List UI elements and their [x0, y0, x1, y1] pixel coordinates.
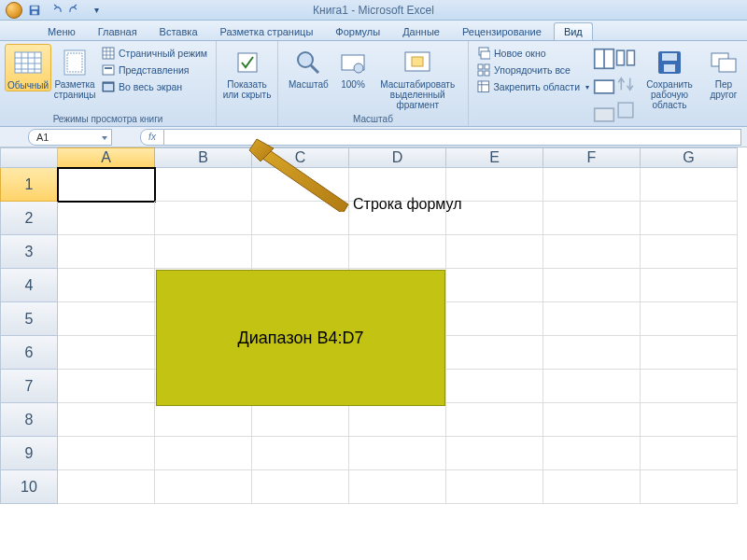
sync-scroll-icon[interactable]	[615, 74, 636, 94]
undo-icon[interactable]	[47, 2, 63, 19]
cell[interactable]	[446, 437, 543, 470]
cell[interactable]	[252, 202, 349, 235]
cell[interactable]	[543, 269, 641, 302]
cell[interactable]	[543, 235, 641, 269]
cell-A1[interactable]	[58, 168, 155, 202]
split-icon[interactable]	[593, 48, 615, 70]
cell[interactable]	[641, 269, 738, 302]
select-all-corner[interactable]	[0, 147, 58, 168]
row-header[interactable]: 2	[0, 202, 58, 235]
cell[interactable]	[446, 370, 543, 403]
cell[interactable]	[543, 302, 641, 336]
normal-view-button[interactable]: Обычный	[5, 44, 51, 91]
switch-windows-button[interactable]: Пер другог	[703, 44, 744, 100]
new-window-button[interactable]: Новое окно	[473, 46, 593, 61]
row-header[interactable]: 4	[0, 269, 58, 302]
cell[interactable]	[543, 168, 641, 202]
col-header-G[interactable]: G	[641, 147, 738, 168]
unhide-window-icon[interactable]	[593, 104, 615, 126]
row-header[interactable]: 10	[0, 470, 58, 504]
tab-insert[interactable]: Вставка	[149, 22, 208, 40]
col-header-C[interactable]: C	[252, 147, 349, 168]
row-header[interactable]: 1	[0, 168, 58, 202]
cell[interactable]	[155, 470, 252, 504]
row-header[interactable]: 8	[0, 403, 58, 437]
reset-position-icon[interactable]	[615, 100, 636, 120]
cell[interactable]	[58, 437, 155, 470]
col-header-B[interactable]: B	[155, 147, 252, 168]
cell[interactable]	[155, 202, 252, 235]
cell[interactable]	[58, 403, 155, 437]
hide-window-icon[interactable]	[593, 76, 615, 98]
row-header[interactable]: 7	[0, 370, 58, 403]
fullscreen-button[interactable]: Во весь экран	[98, 79, 211, 94]
col-header-A[interactable]: A	[58, 147, 155, 168]
cell[interactable]	[252, 235, 349, 269]
cell[interactable]	[155, 168, 252, 202]
cell[interactable]	[252, 168, 349, 202]
show-hide-button[interactable]: Показать или скрыть	[221, 44, 273, 100]
cell[interactable]	[58, 302, 155, 336]
cell[interactable]	[446, 235, 543, 269]
cell[interactable]	[58, 202, 155, 235]
zoom-100-button[interactable]: 100%	[334, 44, 373, 90]
redo-icon[interactable]	[67, 2, 84, 19]
col-header-F[interactable]: F	[543, 147, 641, 168]
page-layout-button[interactable]: Разметка страницы	[51, 44, 98, 100]
cell[interactable]	[349, 437, 446, 470]
cell[interactable]	[252, 470, 349, 504]
cell[interactable]	[641, 336, 738, 370]
cell[interactable]	[58, 370, 155, 403]
cell[interactable]	[641, 437, 738, 470]
cell[interactable]	[446, 269, 543, 302]
row-header[interactable]: 5	[0, 302, 58, 336]
cell[interactable]	[58, 470, 155, 504]
row-header[interactable]: 9	[0, 437, 58, 470]
cell[interactable]	[543, 202, 641, 235]
cell[interactable]	[349, 470, 446, 504]
cell[interactable]	[349, 235, 446, 269]
cell[interactable]	[543, 470, 641, 504]
cell[interactable]	[58, 336, 155, 370]
cell[interactable]	[543, 336, 641, 370]
tab-home[interactable]: Главная	[88, 22, 148, 40]
cell[interactable]	[543, 437, 641, 470]
cell[interactable]	[543, 370, 641, 403]
cell[interactable]	[155, 235, 252, 269]
formula-bar[interactable]	[164, 129, 741, 146]
cell[interactable]	[641, 302, 738, 336]
qat-dropdown-icon[interactable]: ▾	[88, 2, 105, 19]
tab-review[interactable]: Рецензирование	[452, 22, 552, 40]
zoom-to-selection-button[interactable]: Масштабировать выделенный фрагмент	[373, 44, 463, 110]
cell[interactable]	[252, 437, 349, 470]
cell[interactable]	[641, 235, 738, 269]
zoom-button[interactable]: Масштаб	[283, 44, 334, 90]
cell[interactable]	[58, 269, 155, 302]
tab-menu[interactable]: Меню	[37, 22, 86, 40]
cell[interactable]	[446, 470, 543, 504]
cell[interactable]	[446, 403, 543, 437]
tab-view[interactable]: Вид	[554, 22, 593, 40]
cell[interactable]	[641, 168, 738, 202]
page-break-preview-button[interactable]: Страничный режим	[98, 46, 211, 61]
cell[interactable]	[446, 336, 543, 370]
cell[interactable]	[58, 235, 155, 269]
custom-views-button[interactable]: Представления	[98, 63, 211, 77]
cell[interactable]	[252, 403, 349, 437]
freeze-panes-button[interactable]: Закрепить области ▾	[473, 79, 593, 94]
office-button[interactable]	[6, 2, 22, 19]
row-header[interactable]: 6	[0, 336, 58, 370]
cell[interactable]	[543, 403, 641, 437]
tab-formulas[interactable]: Формулы	[325, 22, 390, 40]
cell[interactable]	[641, 470, 738, 504]
name-box[interactable]: A1	[28, 129, 112, 146]
arrange-all-button[interactable]: Упорядочить все	[473, 63, 593, 77]
cell[interactable]	[155, 437, 252, 470]
fx-button[interactable]: fx	[140, 129, 164, 146]
row-header[interactable]: 3	[0, 235, 58, 269]
cell[interactable]	[641, 370, 738, 403]
col-header-D[interactable]: D	[349, 147, 446, 168]
cell[interactable]	[446, 302, 543, 336]
cell[interactable]	[641, 202, 738, 235]
col-header-E[interactable]: E	[446, 147, 543, 168]
